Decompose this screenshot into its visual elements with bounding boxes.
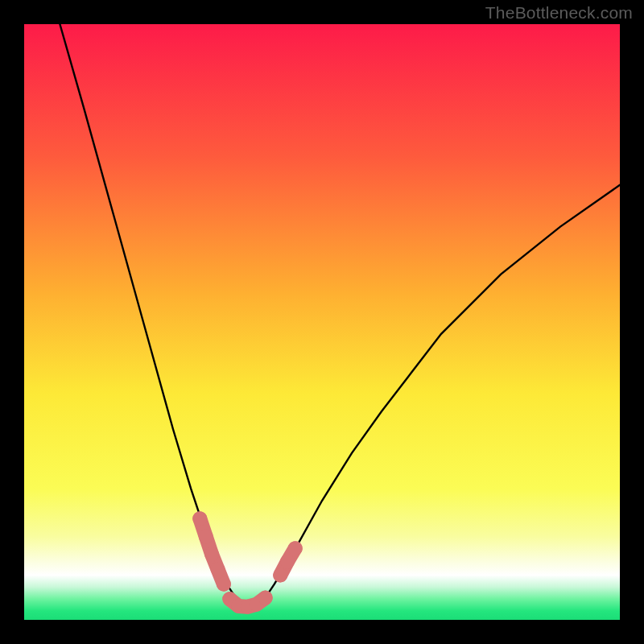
marker-dot [199, 529, 213, 543]
marker-dot [217, 577, 231, 592]
marker-dot [204, 547, 219, 562]
marker-dot [192, 511, 207, 526]
marker-dot [258, 591, 273, 605]
chart-svg [24, 24, 620, 620]
marker-dot [211, 562, 225, 576]
gradient-bg [24, 24, 620, 620]
marker-dot [288, 541, 303, 555]
marker-dot [273, 568, 287, 583]
watermark-text: TheBottleneck.com [485, 3, 633, 23]
chart-frame: TheBottleneck.com [0, 0, 644, 644]
marker-dot [280, 554, 295, 568]
plot-area [24, 24, 620, 620]
